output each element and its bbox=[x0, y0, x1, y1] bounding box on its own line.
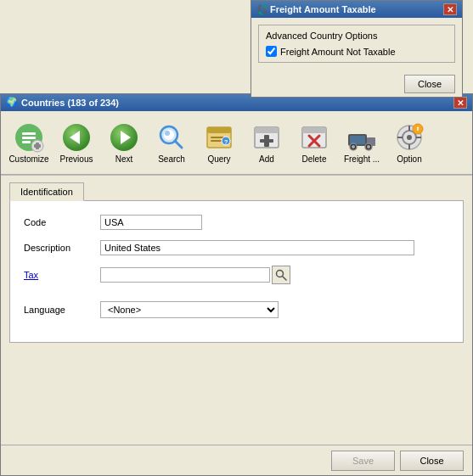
freight-dialog-body: Advanced Country Options Freight Amount … bbox=[251, 18, 462, 75]
freight-options-group: Advanced Country Options Freight Amount … bbox=[258, 25, 455, 63]
toolbar-search-button[interactable]: Search bbox=[149, 118, 194, 168]
language-select[interactable]: <None> bbox=[100, 301, 279, 318]
freight-group-title: Advanced Country Options bbox=[266, 31, 448, 41]
next-icon bbox=[109, 122, 139, 153]
svg-line-13 bbox=[175, 141, 182, 148]
tax-row: Tax bbox=[24, 266, 449, 284]
toolbar-freight-button[interactable]: Freight ... bbox=[339, 118, 385, 168]
svg-rect-26 bbox=[302, 127, 326, 133]
next-label: Next bbox=[115, 154, 133, 164]
countries-window: 🌍 Countries (183 of 234) ✕ Customize bbox=[0, 93, 473, 476]
query-label: Query bbox=[207, 154, 230, 164]
svg-line-47 bbox=[283, 277, 287, 281]
freight-title-icon: 💱 bbox=[256, 4, 267, 14]
freight-close-button[interactable]: Close bbox=[404, 75, 455, 93]
freight-label: Freight ... bbox=[344, 154, 380, 164]
toolbar-query-button[interactable]: ? Query bbox=[196, 118, 242, 168]
freight-dialog-close-icon[interactable]: ✕ bbox=[443, 3, 457, 15]
freight-dialog-footer: Close bbox=[251, 75, 462, 98]
search-label: Search bbox=[158, 154, 185, 164]
freight-amount-checkbox[interactable] bbox=[266, 46, 277, 57]
svg-rect-1 bbox=[22, 132, 36, 135]
toolbar-customize-button[interactable]: Customize bbox=[6, 118, 52, 168]
toolbar-option-button[interactable]: Option bbox=[386, 118, 432, 168]
countries-window-close[interactable]: ✕ bbox=[453, 97, 467, 109]
tab-identification-label: Identification bbox=[20, 187, 73, 197]
add-label: Add bbox=[259, 154, 274, 164]
svg-text:?: ? bbox=[224, 139, 228, 145]
svg-rect-6 bbox=[34, 144, 41, 148]
search-icon bbox=[156, 122, 187, 153]
svg-point-14 bbox=[165, 131, 170, 136]
tab-area: Identification bbox=[1, 176, 472, 200]
freight-checkbox-row: Freight Amount Not Taxable bbox=[266, 46, 448, 57]
tab-content: Code Description Tax Language bbox=[9, 200, 464, 343]
svg-rect-18 bbox=[211, 140, 222, 142]
svg-rect-3 bbox=[22, 141, 31, 143]
countries-title-icon: 🌍 bbox=[6, 97, 18, 109]
toolbar-delete-button[interactable]: Delete bbox=[291, 118, 337, 168]
description-row: Description bbox=[24, 240, 449, 255]
tax-input-group bbox=[100, 266, 290, 284]
svg-rect-2 bbox=[22, 137, 36, 139]
freight-dialog: 💱 Freight Amount Taxable ✕ Advanced Coun… bbox=[251, 0, 463, 98]
delete-label: Delete bbox=[302, 154, 327, 164]
code-label: Code bbox=[24, 217, 100, 227]
svg-point-38 bbox=[407, 135, 412, 140]
close-button[interactable]: Close bbox=[400, 451, 464, 471]
svg-rect-22 bbox=[255, 127, 279, 133]
query-icon: ? bbox=[204, 122, 234, 153]
previous-icon bbox=[61, 122, 92, 153]
toolbar-previous-button[interactable]: Previous bbox=[53, 118, 99, 168]
toolbar-next-button[interactable]: Next bbox=[101, 118, 147, 168]
svg-rect-41 bbox=[397, 137, 403, 138]
svg-rect-24 bbox=[260, 139, 273, 143]
freight-dialog-title: Freight Amount Taxable bbox=[270, 4, 376, 14]
svg-rect-42 bbox=[416, 137, 421, 138]
toolbar: Customize Previous bbox=[1, 111, 472, 175]
freight-dialog-title-bar: 💱 Freight Amount Taxable ✕ bbox=[251, 1, 462, 18]
code-row: Code bbox=[24, 215, 449, 230]
bottom-bar: Save Close bbox=[1, 445, 472, 475]
svg-point-32 bbox=[352, 145, 355, 148]
description-label: Description bbox=[24, 243, 100, 253]
tax-search-button[interactable] bbox=[272, 266, 290, 284]
toolbar-add-button[interactable]: Add bbox=[244, 118, 290, 168]
countries-window-title: Countries (183 of 234) bbox=[21, 98, 119, 108]
svg-rect-39 bbox=[408, 126, 410, 131]
customize-icon bbox=[14, 122, 44, 153]
svg-point-34 bbox=[367, 145, 370, 148]
save-button[interactable]: Save bbox=[331, 451, 395, 471]
code-input[interactable] bbox=[100, 215, 202, 230]
option-icon bbox=[394, 122, 425, 153]
language-label: Language bbox=[24, 305, 100, 315]
language-row: Language <None> bbox=[24, 301, 449, 318]
tax-link[interactable]: Tax bbox=[24, 270, 100, 280]
previous-label: Previous bbox=[60, 154, 93, 164]
tax-search-icon bbox=[275, 269, 287, 281]
add-icon bbox=[251, 122, 282, 153]
description-input[interactable] bbox=[100, 240, 414, 255]
freight-icon bbox=[346, 122, 377, 153]
tab-identification[interactable]: Identification bbox=[9, 182, 84, 201]
delete-icon bbox=[299, 122, 329, 153]
tax-input[interactable] bbox=[100, 267, 270, 283]
customize-label: Customize bbox=[8, 154, 48, 164]
svg-rect-40 bbox=[408, 144, 410, 149]
option-label: Option bbox=[397, 154, 421, 164]
svg-rect-45 bbox=[417, 128, 418, 131]
freight-checkbox-label: Freight Amount Not Taxable bbox=[280, 47, 396, 57]
svg-rect-35 bbox=[350, 136, 365, 144]
svg-rect-16 bbox=[207, 127, 231, 133]
